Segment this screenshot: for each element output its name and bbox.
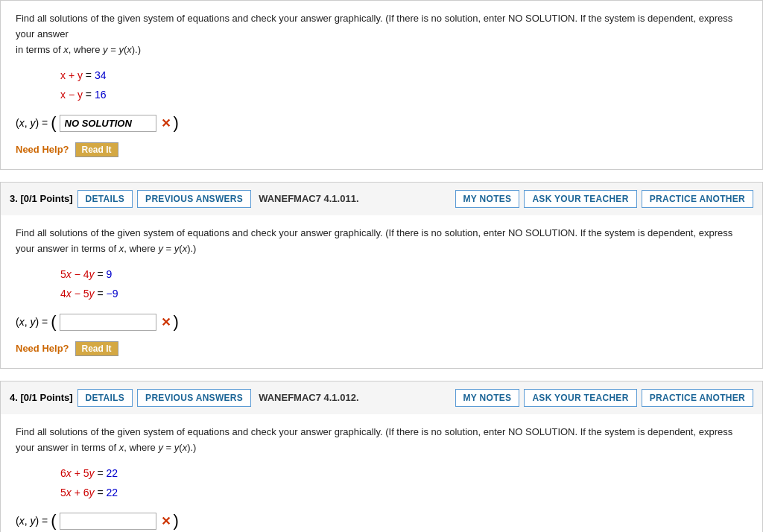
close-paren-3: ): [174, 314, 179, 330]
problem-3-number: 3. [0/1 Points]: [10, 193, 73, 204]
clear-button[interactable]: ✕: [161, 116, 171, 130]
need-help-label: Need Help?: [16, 144, 69, 155]
equation-3-2: 4x − 5y = −9: [60, 285, 747, 303]
need-help-row: Need Help? Read It: [16, 142, 747, 157]
read-it-button-3[interactable]: Read It: [75, 341, 118, 356]
previous-answers-button-3[interactable]: PREVIOUS ANSWERS: [137, 190, 251, 208]
problem-3-answer-row: (x, y) = ( ✕ ): [16, 314, 747, 331]
open-paren: (: [51, 115, 56, 131]
close-paren-4: ): [174, 513, 179, 529]
previous-answers-button-4[interactable]: PREVIOUS ANSWERS: [137, 389, 251, 407]
spacer-1: [0, 170, 763, 182]
problem-4-body: Find all solutions of the given system o…: [1, 414, 762, 532]
answer-input[interactable]: [60, 115, 156, 132]
problem-3-id: WANEFMAC7 4.1.011.: [259, 193, 358, 204]
problem-4-container: 4. [0/1 Points] DETAILS PREVIOUS ANSWERS…: [0, 381, 763, 532]
clear-button-4[interactable]: ✕: [161, 514, 171, 528]
problem-2-text: Find all solutions of the given system o…: [16, 11, 747, 57]
equation-3-1: 5x − 4y = 9: [60, 265, 747, 284]
close-paren: ): [174, 115, 179, 131]
ask-teacher-button-3[interactable]: ASK YOUR TEACHER: [524, 190, 636, 208]
practice-another-button-4[interactable]: PRACTICE ANOTHER: [642, 389, 753, 407]
details-button-4[interactable]: DETAILS: [77, 389, 133, 407]
need-help-row-3: Need Help? Read It: [16, 341, 747, 356]
read-it-button[interactable]: Read It: [75, 142, 118, 157]
problem-4-equations: 6x + 5y = 22 5x + 6y = 22: [60, 464, 747, 501]
need-help-label-3: Need Help?: [16, 343, 69, 354]
answer-label-3: (x, y) =: [16, 316, 48, 328]
answer-label-4: (x, y) =: [16, 515, 48, 527]
answer-input-4[interactable]: [60, 513, 156, 530]
problem-2-answer-row: (x, y) = ( ✕ ): [16, 115, 747, 132]
problem-4-text: Find all solutions of the given system o…: [16, 425, 747, 456]
problem-3-body: Find all solutions of the given system o…: [1, 215, 762, 368]
clear-button-3[interactable]: ✕: [161, 315, 171, 329]
problem-4-answer-row: (x, y) = ( ✕ ): [16, 513, 747, 530]
problem-3-header: 3. [0/1 Points] DETAILS PREVIOUS ANSWERS…: [0, 182, 763, 215]
problem-3-text: Find all solutions of the given system o…: [16, 226, 747, 257]
answer-input-3[interactable]: [60, 314, 156, 331]
problem-4-number: 4. [0/1 Points]: [10, 392, 73, 403]
problem-2-equations: x + y = 34 x − y = 16: [60, 66, 747, 104]
problem-3-content: Find all solutions of the given system o…: [0, 215, 763, 369]
ask-teacher-button-4[interactable]: ASK YOUR TEACHER: [524, 389, 636, 407]
answer-label: (x, y) =: [16, 117, 48, 129]
equation-4-1: 6x + 5y = 22: [60, 464, 747, 483]
equation-2: x − y = 16: [60, 86, 747, 104]
problem-4-id: WANEFMAC7 4.1.012.: [259, 392, 358, 403]
problem-4-header: 4. [0/1 Points] DETAILS PREVIOUS ANSWERS…: [0, 381, 763, 414]
practice-another-button-3[interactable]: PRACTICE ANOTHER: [642, 190, 753, 208]
my-notes-button-4[interactable]: MY NOTES: [455, 389, 520, 407]
spacer-2: [0, 369, 763, 381]
details-button-3[interactable]: DETAILS: [77, 190, 133, 208]
problem-3-equations: 5x − 4y = 9 4x − 5y = −9: [60, 265, 747, 303]
open-paren-3: (: [51, 314, 56, 330]
problem-3-container: 3. [0/1 Points] DETAILS PREVIOUS ANSWERS…: [0, 182, 763, 369]
equation-1: x + y = 34: [60, 66, 747, 85]
equation-4-2: 5x + 6y = 22: [60, 484, 747, 502]
open-paren-4: (: [51, 513, 56, 529]
problem-4-content: Find all solutions of the given system o…: [0, 414, 763, 532]
my-notes-button-3[interactable]: MY NOTES: [455, 190, 520, 208]
problem-2-partial: Find all solutions of the given system o…: [0, 0, 763, 170]
